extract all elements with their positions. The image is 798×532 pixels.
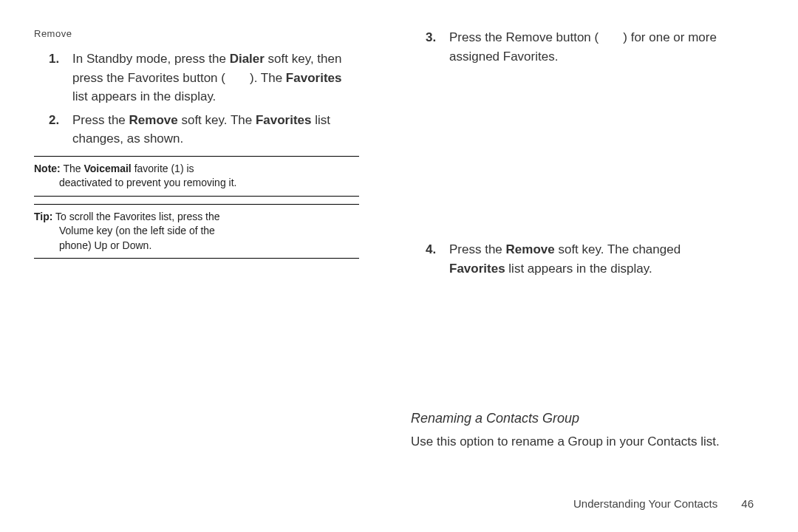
step-4: 4. Press the Remove soft key. The change… — [411, 240, 736, 278]
bold-text: Favorites — [256, 113, 312, 127]
text: deactivated to prevent you removing it. — [34, 176, 359, 191]
step-number: 4. — [411, 240, 449, 278]
text: Volume key (on the left side of the — [34, 224, 359, 239]
step-number: 3. — [411, 28, 449, 66]
page-body: Remove 1. In Standby mode, press the Dia… — [0, 0, 798, 451]
note-callout: Note: The Voicemail favorite (1) is deac… — [34, 156, 359, 197]
left-column: Remove 1. In Standby mode, press the Dia… — [34, 28, 359, 451]
page-number: 46 — [741, 497, 754, 510]
page-footer: Understanding Your Contacts 46 — [573, 497, 754, 510]
tip-callout: Tip: To scroll the Favorites list, press… — [34, 204, 359, 259]
text: soft key. The changed — [558, 242, 681, 256]
bold-text: Favorites — [449, 262, 505, 276]
bold-text: Favorites — [286, 71, 342, 85]
text: list appears in the display. — [72, 89, 216, 103]
bold-text: Voicemail — [83, 163, 131, 174]
right-column: 3. Press the Remove button ( ) for one o… — [411, 28, 736, 451]
step-text: Press the Remove button ( ) for one or m… — [449, 28, 736, 66]
subsection-heading: Renaming a Contacts Group — [411, 411, 736, 426]
step-text: In Standby mode, press the Dialer soft k… — [72, 50, 359, 106]
step-2: 2. Press the Remove soft key. The Favori… — [34, 111, 359, 149]
text: Press the — [449, 242, 506, 256]
text: favorite (1) is — [134, 163, 194, 174]
step-text: Press the Remove soft key. The changed F… — [449, 240, 736, 278]
text: To scroll the Favorites list, press the — [55, 211, 220, 222]
text: soft key. The — [181, 113, 255, 127]
step-number: 2. — [34, 111, 72, 149]
footer-section: Understanding Your Contacts — [573, 497, 717, 510]
text: ). The — [250, 71, 286, 85]
step-number: 1. — [34, 50, 72, 106]
step-1: 1. In Standby mode, press the Dialer sof… — [34, 50, 359, 106]
text: In Standby mode, press the — [72, 52, 230, 66]
favorites-button-icon — [229, 71, 247, 85]
tip-label: Tip: — [34, 211, 52, 222]
bold-text: Remove — [129, 113, 178, 127]
text: Press the — [72, 113, 129, 127]
subsection-description: Use this option to rename a Group in you… — [411, 432, 736, 451]
text: Press the Remove button ( — [449, 30, 598, 44]
text: The — [63, 163, 83, 174]
step-text: Press the Remove soft key. The Favorites… — [72, 111, 359, 149]
text: list appears in the display. — [508, 262, 652, 276]
bold-text: Remove — [506, 242, 555, 256]
section-header: Remove — [34, 28, 359, 39]
text: phone) Up or Down. — [34, 239, 359, 253]
remove-button-icon — [602, 30, 620, 44]
spacer — [411, 70, 736, 240]
note-label: Note: — [34, 163, 61, 174]
bold-text: Dialer — [230, 52, 265, 66]
step-3: 3. Press the Remove button ( ) for one o… — [411, 28, 736, 66]
